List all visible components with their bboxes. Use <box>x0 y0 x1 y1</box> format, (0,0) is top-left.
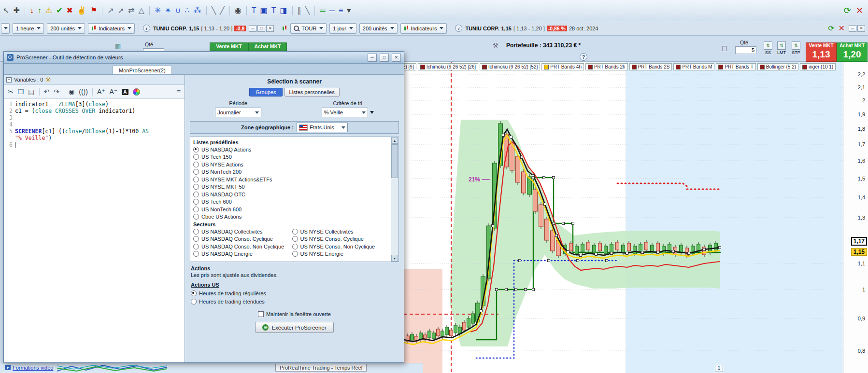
trading-hours-option[interactable]: Heures de trading étendues <box>191 298 398 306</box>
list-option[interactable]: US Tech 150 <box>193 153 389 161</box>
sector-option[interactable]: US NASDAQ Energie <box>193 250 290 258</box>
indicators-select-2[interactable]: Indicateurs <box>400 23 447 34</box>
brackets-icon[interactable]: (()) <box>79 88 88 95</box>
minimize-button[interactable]: ─ <box>368 54 377 62</box>
inner-minimize-button[interactable]: ─ <box>249 25 256 32</box>
sell-arrow-icon[interactable]: ↓ <box>30 7 34 14</box>
tab-monproscreener[interactable]: MonProScreener(2) <box>113 66 172 74</box>
font-decrease-icon[interactable]: A⁻ <box>110 88 118 95</box>
sector-option[interactable]: US NYSE Energie <box>292 250 389 258</box>
paste-icon[interactable]: ▤ <box>28 88 34 95</box>
chart-canvas[interactable]: 21% 6 52) [9]Ichimoku (9 26 52) [26]Ichi… <box>404 62 843 373</box>
star-pattern-icon[interactable]: ✳ <box>155 7 161 14</box>
extended-line-icon[interactable]: ➚ <box>118 7 124 14</box>
label-icon[interactable]: T <box>271 7 276 14</box>
trend-line-icon[interactable]: ↗ <box>107 7 114 14</box>
indicator-label[interactable]: inger (10 1) <box>800 63 836 70</box>
ss-icon[interactable]: ⇅ <box>764 41 772 50</box>
mini-dropdown[interactable] <box>1 23 10 34</box>
crosshair-icon[interactable]: ✚ <box>13 7 19 14</box>
video-training-link[interactable]: Formations vidéo <box>5 365 53 371</box>
like-icon[interactable]: ✌ <box>77 7 86 14</box>
qty-input[interactable] <box>735 46 756 54</box>
highlight-icon[interactable]: A <box>122 89 128 95</box>
indicator-label[interactable]: PRT Bands 2S <box>629 63 672 70</box>
list-option[interactable]: US NASDAQ Actions <box>193 146 389 153</box>
lmt-icon[interactable]: ⇅ <box>777 41 786 50</box>
indicator-checkbox-icon[interactable] <box>482 65 487 69</box>
indicator-label[interactable]: Bollinger (5 2) <box>757 63 798 70</box>
groups-button[interactable]: Groupes <box>249 88 282 97</box>
info-icon[interactable]: i <box>455 25 462 32</box>
list-option[interactable]: US NASDAQ OTC <box>193 191 389 198</box>
buy-arrow-icon[interactable]: ↑ <box>38 7 42 14</box>
collapse-icon[interactable]: − <box>6 77 12 83</box>
scrollbar-thumb[interactable] <box>391 144 398 178</box>
color-picker-icon[interactable] <box>133 88 140 96</box>
hline-green-icon[interactable]: ═ <box>320 7 325 14</box>
indicators-select-1[interactable]: Indicateurs <box>88 23 135 34</box>
units-select-2[interactable]: 200 unités <box>359 23 398 34</box>
sector-option[interactable]: US NASDAQ Conso. Non Cyclique <box>193 243 290 250</box>
print-icon[interactable]: ▤ <box>722 44 727 52</box>
units-select-1[interactable]: 200 unités <box>47 23 85 34</box>
grid-icon[interactable]: ▦ <box>115 42 121 50</box>
indicator-checkbox-icon[interactable] <box>632 65 637 69</box>
help-icon[interactable]: ? <box>580 53 587 61</box>
list-option[interactable]: US NonTech 200 <box>193 168 389 176</box>
pointer-icon[interactable]: ↖ <box>3 7 9 14</box>
sector-option[interactable]: US NASDAQ Conso. Cyclique <box>193 235 290 243</box>
price-axis[interactable]: 1,17 1,15 2,22,121,91,81,71,61,51,41,31,… <box>843 62 868 373</box>
list-option[interactable]: US NYSE MKT 50 <box>193 183 389 191</box>
indicator-label[interactable]: Ichimoku (9 26 52) [52] <box>480 63 540 70</box>
sell-mkt-tab[interactable]: Vente MKT <box>210 42 248 51</box>
sync-icon[interactable]: ⟳ <box>828 25 834 32</box>
list-option[interactable]: US NYSE MKT Actions&ETFs <box>193 176 389 183</box>
text-icon[interactable]: T <box>252 7 256 14</box>
copy-icon[interactable]: ❐ <box>18 88 24 95</box>
indicator-label[interactable]: PRT Bands M <box>673 63 714 70</box>
search-icon[interactable]: ◉ <box>69 88 74 95</box>
sell-mkt-button[interactable]: Vente MKT 1,13 <box>806 42 837 62</box>
instrument-search[interactable]: TOUR <box>290 23 327 34</box>
indicator-checkbox-icon[interactable] <box>760 65 765 69</box>
indicator-label[interactable]: PRT Bands T <box>716 63 755 70</box>
list-option[interactable]: US Tech 600 <box>193 198 389 206</box>
close-red-icon[interactable]: ✕ <box>839 25 845 32</box>
points-icon[interactable]: ∴ <box>185 7 189 14</box>
indicator-label[interactable]: PRT Bands 4h <box>541 63 584 70</box>
trading-hours-option[interactable]: Heures de trading régulières <box>191 290 398 297</box>
zone-select[interactable]: Etats-Unis <box>297 123 348 132</box>
keep-open-checkbox[interactable] <box>258 311 264 317</box>
ray-icon[interactable]: ╱ <box>220 7 225 14</box>
magnet-icon[interactable]: ∪ <box>175 7 181 14</box>
warning-icon[interactable]: ⚠ <box>45 7 52 14</box>
indicator-checkbox-icon[interactable] <box>588 65 593 69</box>
keep-window-open-option[interactable]: Maintenir la fenêtre ouverte <box>185 311 404 317</box>
indicator-checkbox-icon[interactable] <box>718 65 723 69</box>
timeframe-select-2[interactable]: 1 jour <box>329 23 356 34</box>
wrench-icon[interactable]: ⚒ <box>45 76 51 83</box>
redo-icon[interactable]: ↷ <box>54 88 59 95</box>
triangle-icon[interactable]: △ <box>139 7 144 14</box>
tri-select[interactable]: % Veille <box>322 108 368 117</box>
menu-icon[interactable]: ≡ <box>177 88 181 95</box>
indicator-checkbox-icon[interactable] <box>544 65 549 69</box>
scrollbar[interactable]: ▲ ▼ <box>391 137 398 262</box>
stp-icon[interactable]: ⇅ <box>792 41 800 50</box>
refresh-icon[interactable]: ⟳ <box>844 6 851 15</box>
undo-icon[interactable]: ↶ <box>44 88 50 95</box>
scroll-up-icon[interactable]: ▲ <box>391 137 398 144</box>
confirm-icon[interactable]: ✔ <box>56 7 62 14</box>
page-number-box[interactable]: 1 <box>715 365 723 372</box>
indicator-checkbox-icon[interactable] <box>676 65 681 69</box>
execute-proscreener-button[interactable]: Exécuter ProScreener <box>255 322 333 333</box>
pattern-icon[interactable]: ✴ <box>165 7 171 14</box>
sector-option[interactable]: US NYSE Conso. Non Cyclique <box>292 243 389 250</box>
indicator-checkbox-icon[interactable] <box>802 65 807 69</box>
inner-maximize-button[interactable]: □ <box>257 25 265 32</box>
app-minimize-button[interactable]: ─ <box>849 25 856 32</box>
maximize-button[interactable]: □ <box>380 54 389 62</box>
indicator-checkbox-icon[interactable] <box>420 65 425 69</box>
segment-icon[interactable]: ╲ <box>212 7 216 14</box>
